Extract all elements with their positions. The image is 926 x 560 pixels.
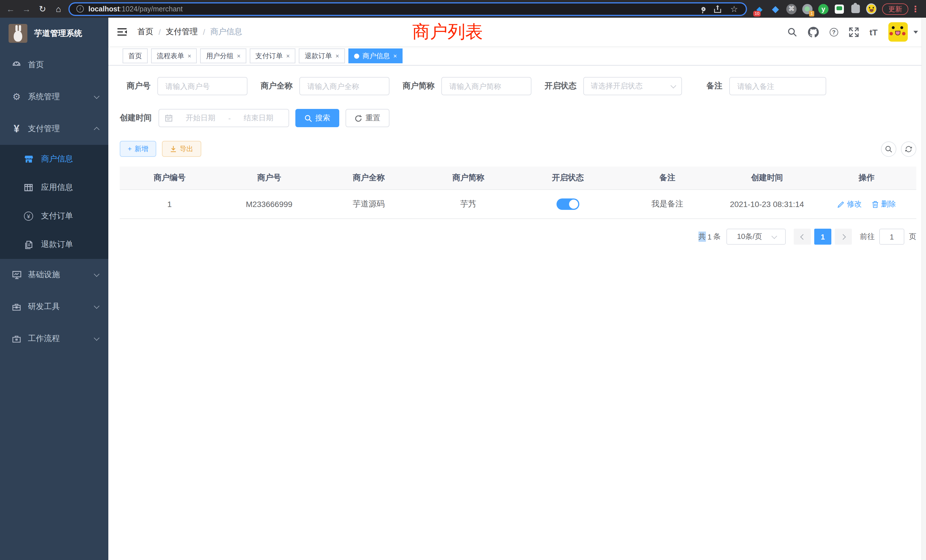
search-button[interactable]: 搜索 (295, 109, 339, 127)
filter-merchant-no: 商户号 (127, 77, 247, 95)
extension-recorder-icon[interactable]: 1 (802, 4, 813, 14)
app-logo[interactable]: 芋道管理系统 (0, 18, 108, 49)
url-host: localhost (88, 5, 120, 13)
cell-remark: 我是备注 (617, 199, 717, 209)
export-button[interactable]: 导出 (162, 141, 201, 157)
home-icon[interactable]: ⌂ (54, 5, 63, 13)
sidebar-item-label: 工作流程 (28, 334, 60, 344)
sidebar-item-workflow[interactable]: 工作流程 (0, 323, 108, 355)
full-name-input[interactable] (300, 77, 389, 95)
tab-process-form[interactable]: 流程表单× (151, 48, 197, 63)
page-scrollbar[interactable] (921, 18, 926, 560)
extension-chat-icon[interactable] (834, 4, 844, 14)
sidebar-collapse-icon[interactable] (117, 27, 128, 36)
font-size-icon[interactable]: tT (870, 27, 878, 37)
dashboard-icon (10, 61, 23, 70)
sidebar-item-pay[interactable]: ¥ 支付管理 (0, 113, 108, 145)
sidebar-item-label: 商户信息 (41, 154, 73, 164)
search-icon[interactable] (787, 27, 797, 37)
chevron-down-icon (94, 335, 100, 341)
sidebar-item-system[interactable]: ⚙ 系统管理 (0, 81, 108, 113)
breadcrumb-home[interactable]: 首页 (138, 27, 153, 37)
tab-refund-order[interactable]: 退款订单× (299, 48, 345, 63)
add-button[interactable]: + 新增 (120, 141, 156, 157)
extension-puzzle-icon[interactable] (850, 4, 861, 14)
fullscreen-icon[interactable] (849, 27, 859, 37)
sidebar-item-app-info[interactable]: 应用信息 (0, 173, 108, 202)
cell-create-time: 2021-10-23 08:31:14 (717, 200, 817, 209)
site-info-icon[interactable]: i (76, 5, 84, 12)
sidebar-item-label: 退款订单 (41, 239, 73, 250)
close-icon[interactable]: × (393, 53, 397, 59)
refresh-icon (355, 114, 362, 122)
remark-input[interactable] (729, 77, 826, 95)
extension-gem-icon[interactable]: ◆ (770, 4, 781, 14)
extension-diamond-icon[interactable]: ◆10 (754, 4, 765, 14)
page-content: 商户号 商户全称 商户简称 开启状态 请选择开启状态 (108, 65, 926, 245)
pagination-total: 共 1 条 (699, 232, 721, 242)
prev-page-button[interactable] (794, 229, 811, 245)
select-placeholder: 请选择开启状态 (591, 81, 643, 91)
breadcrumb-section[interactable]: 支付管理 (166, 27, 198, 37)
table-header: 商户编号 商户号 商户全称 商户简称 开启状态 备注 创建时间 操作 (120, 166, 916, 190)
create-time-range-picker[interactable]: 开始日期 - 结束日期 (159, 109, 289, 127)
extension-command-icon[interactable]: ⌘ (786, 4, 797, 14)
status-toggle[interactable] (557, 198, 580, 210)
annotation-merchant-list: 商户列表 (412, 20, 483, 44)
browser-menu-icon[interactable]: ⋮ (911, 4, 920, 14)
page-size-select[interactable]: 10条/页 (726, 229, 786, 245)
next-page-button[interactable] (835, 229, 852, 245)
address-bar[interactable]: i localhost:1024/pay/merchant ☆ (68, 2, 747, 16)
extension-emoji-icon[interactable] (866, 4, 876, 14)
chrome-update-button[interactable]: 更新 (882, 3, 908, 15)
tab-home[interactable]: 首页 (123, 48, 148, 63)
sidebar-item-infra[interactable]: 基础设施 (0, 259, 108, 291)
sidebar-item-label: 首页 (28, 60, 44, 70)
password-key-icon[interactable] (697, 4, 706, 14)
status-select[interactable]: 请选择开启状态 (583, 77, 682, 95)
cell-status (518, 198, 617, 210)
filter-row-2: 创建时间 开始日期 - 结束日期 搜索 重置 (120, 109, 916, 127)
sidebar-item-merchant-info[interactable]: 商户信息 (0, 145, 108, 173)
back-icon[interactable]: ← (6, 5, 15, 13)
sidebar-item-refund-order[interactable]: 退款订单 (0, 230, 108, 259)
sidebar-item-home[interactable]: 首页 (0, 49, 108, 81)
close-icon[interactable]: × (188, 53, 191, 59)
extension-y-icon[interactable]: y (818, 4, 829, 14)
tab-pay-order[interactable]: 支付订单× (250, 48, 296, 63)
page-number-1[interactable]: 1 (814, 229, 831, 245)
sidebar-item-dev-tools[interactable]: 研发工具 (0, 291, 108, 323)
close-icon[interactable]: × (237, 53, 241, 59)
sidebar-item-pay-order[interactable]: ¥ 支付订单 (0, 202, 108, 230)
close-icon[interactable]: × (336, 53, 339, 59)
close-icon[interactable]: × (286, 53, 290, 59)
merchant-table: 商户编号 商户号 商户全称 商户简称 开启状态 备注 创建时间 操作 1 M23… (120, 166, 916, 219)
goto-page-input[interactable] (879, 229, 904, 245)
tab-user-group[interactable]: 用户分组× (200, 48, 246, 63)
chevron-down-icon (94, 271, 100, 277)
short-name-input[interactable] (441, 77, 531, 95)
url-text: localhost:1024/pay/merchant (88, 5, 183, 13)
reload-icon[interactable]: ↻ (38, 5, 47, 13)
avatar-caret-down-icon[interactable] (914, 30, 918, 33)
avatar[interactable] (888, 22, 908, 42)
refresh-table-button[interactable] (901, 141, 916, 157)
extension-badge: 10 (753, 11, 761, 16)
help-icon[interactable]: ? (830, 28, 838, 36)
reset-button[interactable]: 重置 (345, 109, 389, 127)
field-label: 创建时间 (120, 113, 159, 123)
toolbox-icon (10, 303, 23, 311)
bookmark-star-icon[interactable]: ☆ (729, 5, 739, 13)
toggle-search-button[interactable] (881, 141, 896, 157)
chevron-right-icon (840, 234, 846, 239)
edit-link[interactable]: 修改 (837, 199, 862, 209)
github-icon[interactable] (808, 27, 819, 37)
share-icon[interactable] (713, 5, 722, 13)
merchant-no-input[interactable] (157, 77, 247, 95)
forward-icon[interactable]: → (22, 5, 31, 13)
pay-submenu: 商户信息 应用信息 ¥ 支付订单 退款订单 (0, 145, 108, 259)
tab-merchant-info[interactable]: 商户信息× (348, 48, 403, 63)
delete-link[interactable]: 删除 (872, 199, 896, 209)
cell-id: 1 (120, 200, 219, 209)
navbar-actions: ? tT (787, 22, 918, 42)
